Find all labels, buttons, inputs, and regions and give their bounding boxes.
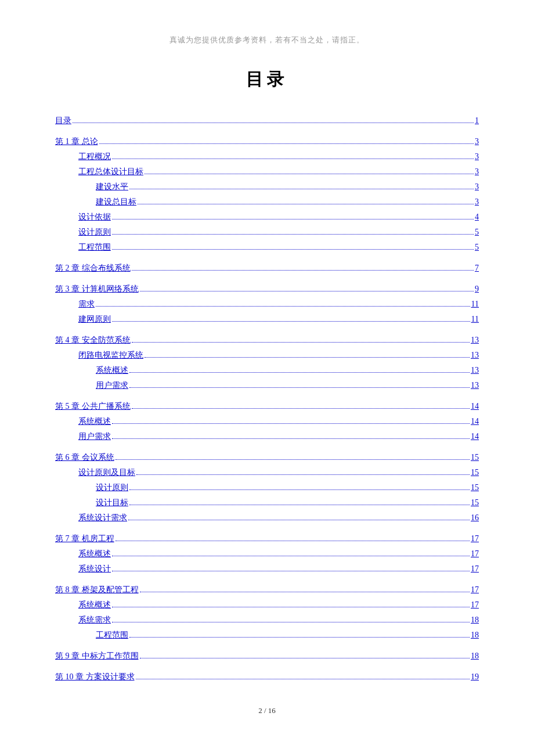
toc-link[interactable]: 系统概述 — [78, 415, 111, 428]
toc-page-number[interactable]: 3 — [475, 135, 479, 148]
toc-entry: 系统概述17 — [55, 548, 479, 560]
toc-link[interactable]: 工程总体设计目标 — [78, 165, 143, 178]
toc-page-number[interactable]: 3 — [475, 196, 479, 208]
toc-page-number[interactable]: 17 — [471, 599, 479, 611]
document-page: 真诚为您提供优质参考资料，若有不当之处，请指正。 目录 目录1第 1 章 总论3… — [0, 0, 534, 683]
toc-page-number[interactable]: 19 — [471, 671, 479, 683]
toc-leader-dots — [116, 459, 470, 460]
toc-page-number[interactable]: 17 — [471, 563, 479, 575]
toc-page-number[interactable]: 13 — [471, 334, 479, 347]
toc-leader-dots — [129, 189, 474, 189]
toc-entry: 用户需求13 — [55, 379, 479, 392]
toc-link[interactable]: 第 9 章 中标方工作范围 — [55, 650, 139, 663]
toc-entry: 工程概况3 — [55, 150, 479, 163]
toc-page-number[interactable]: 17 — [471, 584, 479, 596]
toc-entry: 建网原则11 — [55, 313, 479, 326]
toc-link[interactable]: 建设总目标 — [96, 196, 136, 208]
toc-link[interactable]: 目录 — [55, 114, 71, 127]
toc-entry: 设计原则5 — [55, 226, 479, 239]
toc-entry: 系统需求18 — [55, 614, 479, 627]
toc-link[interactable]: 工程范围 — [96, 629, 128, 642]
toc-link[interactable]: 用户需求 — [78, 430, 111, 443]
toc-page-number[interactable]: 5 — [475, 241, 479, 254]
toc-page-number[interactable]: 17 — [471, 532, 479, 545]
toc-leader-dots — [129, 505, 470, 505]
toc-page-number[interactable]: 5 — [475, 226, 479, 239]
toc-entry: 设计目标15 — [55, 496, 479, 509]
toc-link[interactable]: 建设水平 — [96, 181, 128, 193]
toc-link[interactable]: 建网原则 — [78, 313, 111, 326]
toc-link[interactable]: 第 10 章 方案设计要求 — [55, 671, 135, 683]
toc-title: 目录 — [55, 67, 479, 91]
toc-link[interactable]: 闭路电视监控系统 — [78, 349, 143, 362]
toc-link[interactable]: 设计依据 — [78, 211, 111, 224]
toc-page-number[interactable]: 15 — [471, 466, 479, 479]
toc-link[interactable]: 系统概述 — [96, 364, 128, 377]
toc-leader-dots — [116, 541, 470, 541]
toc-page-number[interactable]: 14 — [471, 415, 479, 428]
toc-entry: 第 5 章 公共广播系统14 — [55, 400, 479, 413]
toc-page-number[interactable]: 1 — [475, 114, 479, 127]
toc-leader-dots — [140, 291, 474, 291]
toc-entry: 系统概述17 — [55, 599, 479, 611]
toc-leader-dots — [112, 556, 470, 556]
toc-entry: 第 7 章 机房工程17 — [55, 532, 479, 545]
toc-entry: 设计依据4 — [55, 211, 479, 224]
toc-leader-dots — [145, 174, 474, 174]
toc-link[interactable]: 系统设计 — [78, 563, 111, 575]
toc-link[interactable]: 系统概述 — [78, 599, 111, 611]
toc-leader-dots — [132, 342, 470, 343]
toc-link[interactable]: 设计原则及目标 — [78, 466, 135, 479]
toc-page-number[interactable]: 3 — [475, 150, 479, 163]
toc-link[interactable]: 系统需求 — [78, 614, 111, 627]
toc-page-number[interactable]: 15 — [471, 496, 479, 509]
toc-page-number[interactable]: 3 — [475, 165, 479, 178]
toc-link[interactable]: 系统设计需求 — [78, 512, 127, 524]
toc-page-number[interactable]: 7 — [475, 262, 479, 275]
toc-link[interactable]: 系统概述 — [78, 548, 111, 560]
toc-link[interactable]: 用户需求 — [96, 379, 128, 392]
toc-link[interactable]: 第 8 章 桥架及配管工程 — [55, 584, 139, 596]
toc-page-number[interactable]: 16 — [471, 512, 479, 524]
toc-page-number[interactable]: 15 — [471, 481, 479, 494]
toc-page-number[interactable]: 13 — [471, 349, 479, 362]
toc-link[interactable]: 第 5 章 公共广播系统 — [55, 400, 131, 413]
toc-link[interactable]: 第 1 章 总论 — [55, 135, 98, 148]
toc-link[interactable]: 设计原则 — [96, 481, 128, 494]
toc-leader-dots — [129, 489, 470, 490]
toc-link[interactable]: 第 3 章 计算机网络系统 — [55, 283, 139, 296]
toc-page-number[interactable]: 13 — [471, 379, 479, 392]
toc-link[interactable]: 设计目标 — [96, 496, 128, 509]
toc-link[interactable]: 第 6 章 会议系统 — [55, 451, 114, 464]
toc-page-number[interactable]: 15 — [471, 451, 479, 464]
toc-link[interactable]: 需求 — [78, 298, 95, 311]
toc-page-number[interactable]: 17 — [471, 548, 479, 560]
toc-page-number[interactable]: 18 — [471, 629, 479, 642]
toc-page-number[interactable]: 14 — [471, 430, 479, 443]
toc-link[interactable]: 第 4 章 安全防范系统 — [55, 334, 131, 347]
toc-entry: 需求11 — [55, 298, 479, 311]
toc-page-number[interactable]: 18 — [471, 650, 479, 663]
toc-link[interactable]: 设计原则 — [78, 226, 111, 239]
toc-leader-dots — [129, 387, 470, 388]
toc-entry: 系统设计需求16 — [55, 512, 479, 524]
toc-page-number[interactable]: 3 — [475, 181, 479, 193]
toc-page-number[interactable]: 4 — [475, 211, 479, 224]
toc-entry: 第 10 章 方案设计要求19 — [55, 671, 479, 683]
toc-entry: 设计原则及目标15 — [55, 466, 479, 479]
toc-entry: 目录1 — [55, 114, 479, 127]
toc-entry: 工程范围5 — [55, 241, 479, 254]
toc-page-number[interactable]: 11 — [471, 313, 479, 326]
toc-leader-dots — [96, 306, 470, 307]
toc-page-number[interactable]: 11 — [471, 298, 479, 311]
toc-link[interactable]: 第 7 章 机房工程 — [55, 532, 114, 545]
toc-link[interactable]: 第 2 章 综合布线系统 — [55, 262, 131, 275]
toc-page-number[interactable]: 18 — [471, 614, 479, 627]
toc-entry: 第 4 章 安全防范系统13 — [55, 334, 479, 347]
toc-page-number[interactable]: 9 — [475, 283, 479, 296]
toc-link[interactable]: 工程范围 — [78, 241, 111, 254]
toc-page-number[interactable]: 14 — [471, 400, 479, 413]
toc-link[interactable]: 工程概况 — [78, 150, 111, 163]
toc-leader-dots — [132, 270, 474, 271]
toc-page-number[interactable]: 13 — [471, 364, 479, 377]
